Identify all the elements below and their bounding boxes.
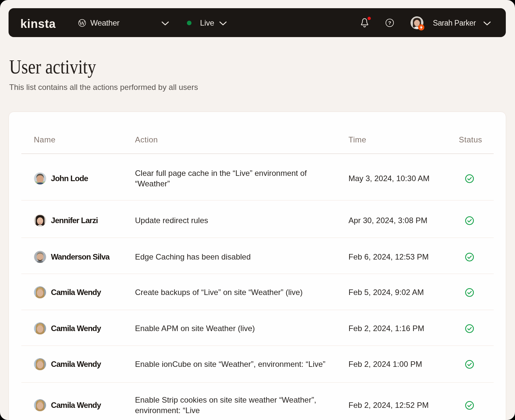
svg-text:W: W <box>79 20 85 27</box>
svg-text:?: ? <box>388 20 391 26</box>
